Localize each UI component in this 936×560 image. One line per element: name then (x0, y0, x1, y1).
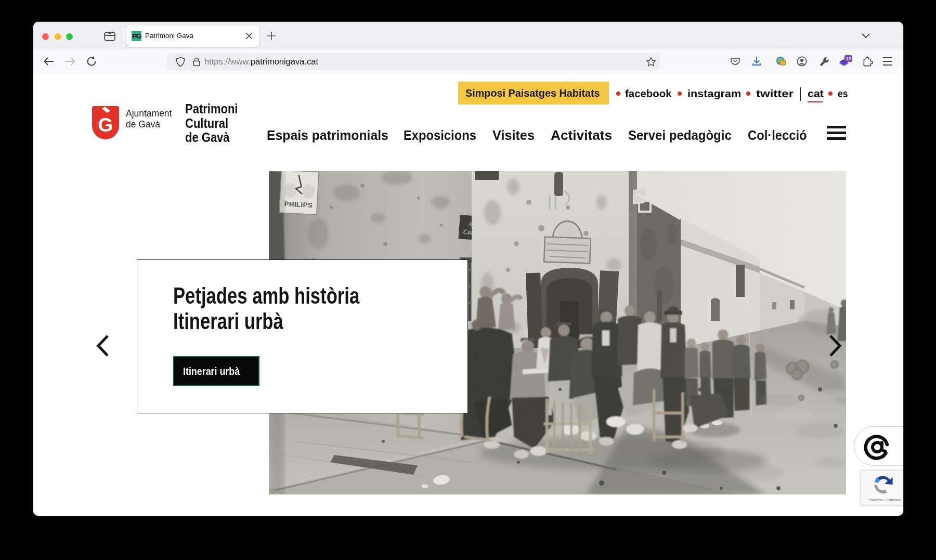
svg-text:G: G (98, 114, 113, 136)
svg-text:12: 12 (846, 56, 851, 61)
